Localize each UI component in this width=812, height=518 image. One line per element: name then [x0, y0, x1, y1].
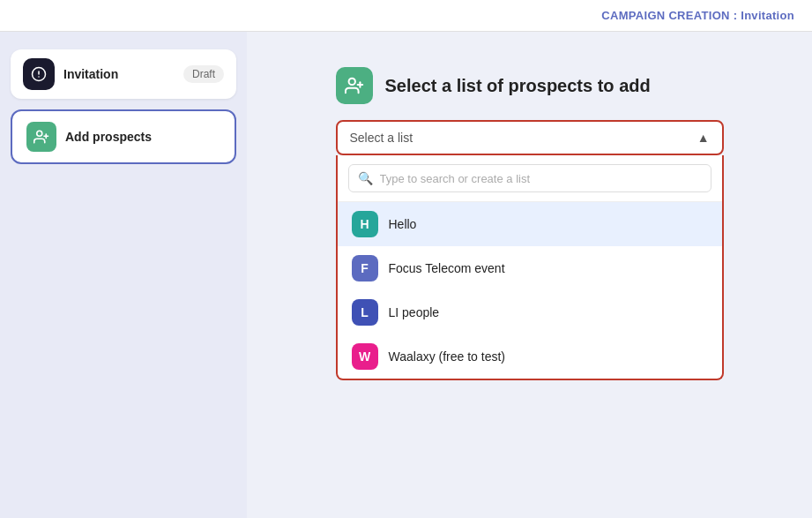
list-item[interactable]: W Waalaxy (free to test) [338, 334, 722, 379]
list-item-badge: F [352, 255, 378, 282]
list-items-container: H Hello F Focus Telecom event L LI peopl… [338, 202, 722, 379]
list-item[interactable]: F Focus Telecom event [338, 246, 722, 290]
list-item[interactable]: L LI people [338, 290, 722, 334]
header: CAMPAIGN CREATION : Invitation [0, 0, 812, 32]
list-item-name: LI people [389, 305, 440, 319]
panel-title: Select a list of prospects to add [385, 76, 651, 96]
search-input[interactable] [380, 172, 702, 185]
campaign-card-icon [23, 58, 55, 90]
chevron-up-icon: ▲ [697, 131, 710, 145]
dropdown-panel: 🔍 H Hello F Focus Telecom event L LI peo… [336, 155, 724, 380]
list-item-name: Waalaxy (free to test) [389, 349, 506, 364]
list-item-badge: W [352, 343, 378, 370]
campaign-card: Invitation Draft [11, 49, 236, 99]
select-list-placeholder: Select a list [350, 131, 413, 145]
list-item-name: Focus Telecom event [389, 261, 505, 275]
search-icon: 🔍 [358, 171, 373, 185]
main-content: Select a list of prospects to add Select… [247, 32, 812, 518]
add-prospects-icon [26, 122, 56, 152]
sidebar-item-add-prospects[interactable]: Add prospects [11, 109, 236, 164]
sidebar: Invitation Draft Add prospects [0, 32, 247, 518]
list-item-name: Hello [389, 217, 417, 231]
list-item-badge: H [352, 211, 378, 237]
select-list-dropdown[interactable]: Select a list ▲ [336, 120, 724, 155]
panel-header-icon [336, 67, 373, 104]
draft-badge: Draft [183, 65, 224, 83]
svg-point-3 [37, 131, 42, 136]
search-input-wrap[interactable]: 🔍 [348, 164, 711, 192]
search-box: 🔍 [338, 155, 722, 202]
svg-point-6 [348, 79, 354, 85]
list-item-badge: L [352, 299, 378, 326]
select-list-panel: Select a list of prospects to add Select… [336, 67, 724, 380]
campaign-name-link[interactable]: Invitation [741, 9, 794, 22]
list-item[interactable]: H Hello [338, 202, 722, 246]
add-prospects-label: Add prospects [65, 130, 152, 144]
campaign-creation-label: CAMPAIGN CREATION : Invitation [601, 9, 794, 22]
campaign-card-name: Invitation [63, 67, 175, 81]
panel-header: Select a list of prospects to add [336, 67, 724, 104]
